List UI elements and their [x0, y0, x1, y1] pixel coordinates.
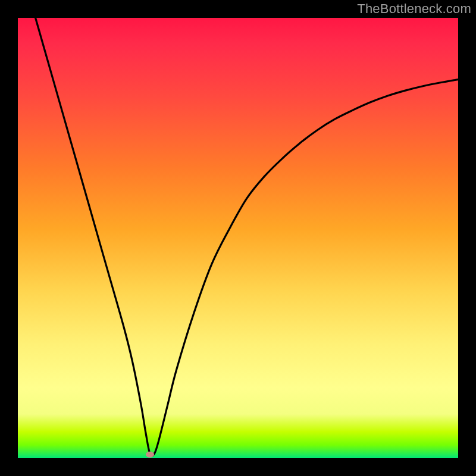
bottleneck-curve — [36, 18, 458, 456]
watermark-text: TheBottleneck.com — [357, 1, 471, 17]
chart-frame: TheBottleneck.com — [0, 0, 476, 476]
optimum-marker — [146, 452, 154, 458]
curve-svg — [18, 18, 458, 458]
plot-area — [18, 18, 458, 458]
